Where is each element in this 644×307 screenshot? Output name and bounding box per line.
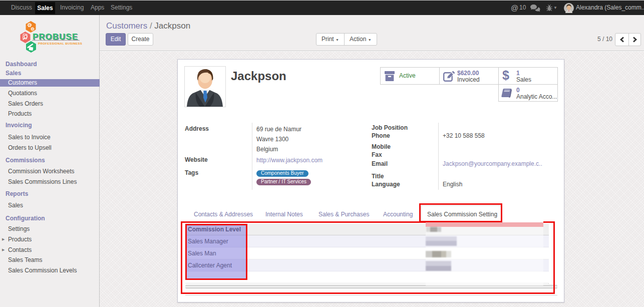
svg-text:PROBUSE: PROBUSE: [33, 32, 78, 41]
svg-text:PROFESSIONAL BUSINESS: PROFESSIONAL BUSINESS: [38, 42, 82, 45]
